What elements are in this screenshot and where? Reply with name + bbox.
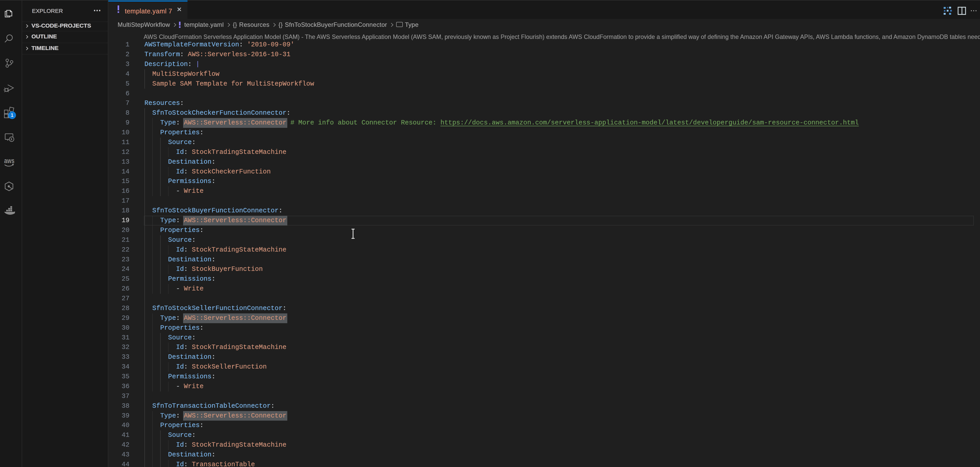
svg-text:aws: aws <box>4 157 14 165</box>
